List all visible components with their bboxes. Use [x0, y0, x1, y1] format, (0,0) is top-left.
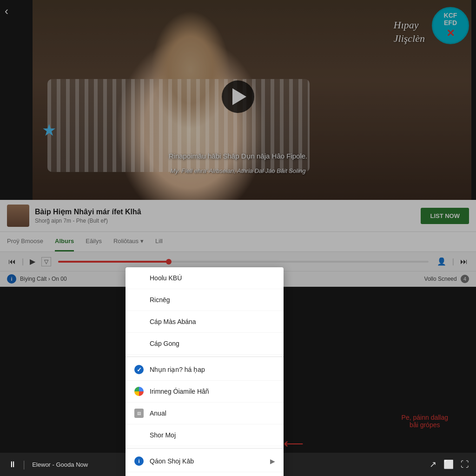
menu-label-qaon-shoj: Qáon Shoj Kāb [150, 457, 264, 465]
menu-label-ricneg: Ricnēg [150, 296, 275, 304]
menu-item-anual[interactable]: ▤ Anual [126, 403, 284, 424]
menu-divider-2 [126, 448, 284, 449]
qaon-shoj-icon: i [134, 456, 144, 466]
bottom-graph-icon[interactable]: ↗ [430, 459, 436, 469]
cap-gong-icon [134, 338, 144, 349]
menu-item-tay-night[interactable]: Tāy night [126, 472, 284, 476]
google-multi-icon [134, 387, 144, 396]
menu-item-irimneg[interactable]: Irimneg Óiamile Hâñ [126, 381, 284, 403]
menu-label-cap-gong: Cáp Gong [150, 340, 275, 347]
menu-label-cap-mas: Cáp Màs Abána [150, 318, 275, 325]
menu-item-qaon-shoj[interactable]: i Qáon Shoj Kāb ▶ [126, 450, 284, 472]
bottom-pause-button[interactable]: ⏸ [7, 458, 18, 471]
menu-item-nhun[interactable]: ✓ Nhụn riạn? há ḥap [126, 359, 284, 381]
ricneg-icon [134, 295, 144, 305]
info-circle-icon: i [134, 456, 144, 466]
bottom-screen-icon[interactable]: ⬜ [443, 459, 454, 469]
hoolu-icon [134, 273, 144, 283]
bottom-divider-icon: | [23, 459, 25, 470]
anual-box-icon: ▤ [134, 409, 144, 418]
menu-item-shor-moj[interactable]: Shor Moj [126, 424, 284, 446]
menu-label-shor-moj: Shor Moj [150, 431, 275, 439]
context-menu: Hoolu KBÚ Ricnēg Cáp Màs Abána Cáp Gong … [126, 267, 284, 476]
menu-label-nhun: Nhụn riạn? há ḥap [150, 366, 275, 373]
bottom-icons: ↗ ⬜ ⛶ [430, 459, 469, 469]
irimneg-icon [134, 386, 144, 397]
menu-divider-1 [126, 357, 284, 357]
menu-item-cap-mas[interactable]: Cáp Màs Abána [126, 311, 284, 333]
anual-icon: ▤ [134, 408, 144, 418]
menu-item-ricneg[interactable]: Ricnēg [126, 289, 284, 311]
qaon-shoj-arrow-icon: ▶ [270, 457, 275, 465]
cap-mas-icon [134, 317, 144, 327]
menu-label-irimneg: Irimneg Óiamile Hâñ [150, 388, 275, 395]
menu-label-anual: Anual [150, 410, 275, 417]
nhun-icon: ✓ [134, 364, 144, 375]
menu-item-cap-gong[interactable]: Cáp Gong [126, 333, 284, 355]
shor-moj-icon [134, 430, 144, 440]
bottom-fullscreen-icon[interactable]: ⛶ [461, 460, 469, 469]
menu-label-hoolu: Hoolu KBÚ [150, 274, 275, 282]
menu-item-hoolu[interactable]: Hoolu KBÚ [126, 267, 284, 289]
